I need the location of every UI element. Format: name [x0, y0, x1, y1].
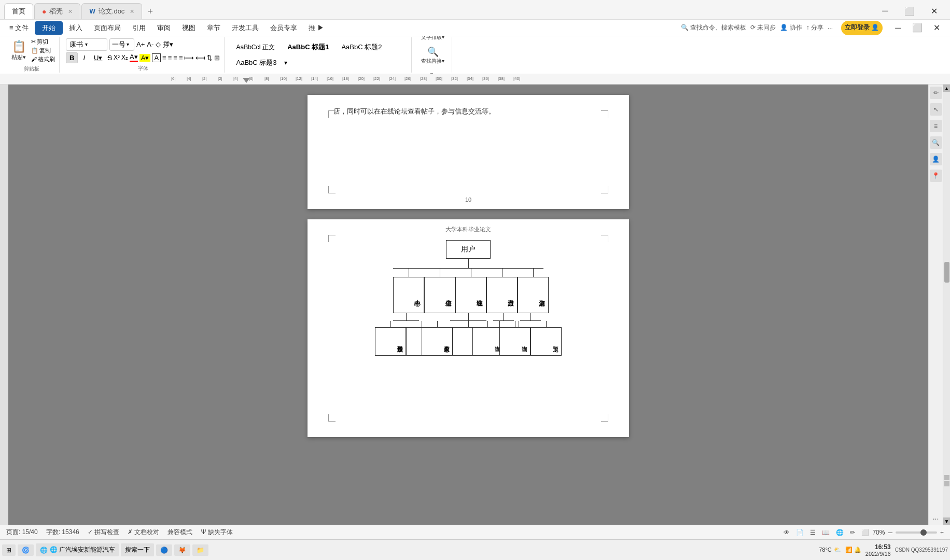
- bold-btn[interactable]: B: [66, 52, 78, 63]
- font-more-btn[interactable]: 撑▾: [163, 40, 173, 49]
- clear-format-btn[interactable]: ◇: [156, 40, 161, 48]
- view-outline-icon[interactable]: ☰: [810, 529, 816, 536]
- tab-home[interactable]: 首页: [4, 3, 33, 19]
- paste-button[interactable]: 📋 粘贴▾: [8, 38, 29, 63]
- superscript-btn[interactable]: X²: [114, 54, 120, 61]
- scroll-down[interactable]: ▼: [943, 517, 951, 525]
- view-web-icon[interactable]: 🌐: [836, 529, 844, 536]
- scroll-track[interactable]: [943, 92, 950, 517]
- select-btn[interactable]: ↖ 选择▾: [423, 68, 442, 74]
- subscript-btn[interactable]: X₂: [121, 54, 128, 61]
- menu-page-layout[interactable]: 页面布局: [89, 21, 126, 35]
- taskbar-start[interactable]: ⊞: [2, 544, 16, 556]
- scroll-next-page[interactable]: [944, 481, 949, 486]
- zoom-out-btn[interactable]: ─: [888, 529, 892, 536]
- tab-doc-close[interactable]: ✕: [130, 8, 134, 15]
- font-name-selector[interactable]: 康书 ▾: [66, 38, 107, 51]
- align-center-btn[interactable]: ≡: [168, 54, 172, 62]
- style-h2[interactable]: AaBbC 标题2: [336, 40, 387, 54]
- rp-more-icon[interactable]: ···: [933, 514, 939, 523]
- outline-btn[interactable]: A: [152, 53, 161, 62]
- style-h1[interactable]: AaBbC 标题1: [282, 40, 334, 54]
- align-right-btn[interactable]: ≡: [173, 54, 177, 62]
- tb-max[interactable]: ⬜: [908, 21, 927, 35]
- menu-devtools[interactable]: 开发工具: [227, 21, 264, 35]
- taskbar-firefox[interactable]: 🦊: [174, 544, 190, 556]
- tab-add-button[interactable]: +: [143, 4, 157, 19]
- find-replace-btn[interactable]: 🔍 查找替换▾: [418, 45, 448, 66]
- sort-btn[interactable]: ⇅: [207, 54, 213, 62]
- rp-pin-icon[interactable]: 📍: [930, 170, 942, 182]
- menu-start[interactable]: 开始: [35, 21, 63, 35]
- scroll-up[interactable]: ▲: [943, 85, 951, 92]
- zoom-expand-icon[interactable]: ⬜: [861, 529, 869, 536]
- menu-review[interactable]: 审阅: [152, 21, 176, 35]
- format-brush-button[interactable]: 🖌格式刷: [31, 55, 55, 63]
- doc-check[interactable]: ✗ 文档校对: [128, 528, 159, 537]
- search-command[interactable]: 🔍 查找命令、搜索模板: [681, 23, 746, 32]
- style-normal[interactable]: AaBbCcI 正文: [231, 41, 280, 54]
- v-scrollbar[interactable]: ▲ ▼: [943, 85, 950, 525]
- more-btn[interactable]: ···: [828, 24, 833, 32]
- menu-insert[interactable]: 插入: [64, 21, 88, 35]
- align-left-btn[interactable]: ≡: [162, 54, 166, 62]
- menu-ref[interactable]: 引用: [127, 21, 151, 35]
- justify-btn[interactable]: ≡: [179, 54, 183, 62]
- spell-check[interactable]: ✓ 拼写检查: [88, 528, 119, 537]
- font-color-btn[interactable]: A▾: [130, 53, 138, 62]
- rp-user-icon[interactable]: 👤: [930, 153, 942, 165]
- font-shrink-btn[interactable]: A-: [147, 40, 153, 48]
- menu-view[interactable]: 视图: [177, 21, 201, 35]
- font-size-selector[interactable]: 一号 ▾: [109, 38, 134, 51]
- menu-file[interactable]: ≡ 文件: [4, 21, 34, 35]
- font-grow-btn[interactable]: A+: [136, 40, 145, 48]
- strikethrough-btn[interactable]: S: [107, 54, 112, 62]
- rp-lines-icon[interactable]: ≡: [930, 120, 942, 132]
- doc-scroll[interactable]: 店，同时可以在在线论坛查看帖子，参与信息交流等。 10 大学本科毕业论文: [8, 85, 928, 525]
- cut-button[interactable]: ✂剪切: [31, 38, 55, 46]
- copy-button[interactable]: 📋复制: [31, 47, 55, 54]
- menu-chapter[interactable]: 章节: [202, 21, 226, 35]
- view-edit-icon[interactable]: ✏: [850, 529, 855, 536]
- tb-min[interactable]: ─: [889, 21, 907, 35]
- rp-search-icon[interactable]: 🔍: [930, 136, 942, 149]
- taskbar-cortana[interactable]: 🌀: [18, 544, 34, 556]
- border-btn[interactable]: ⊞: [214, 54, 220, 62]
- taskbar-ie[interactable]: 🔵: [156, 544, 172, 556]
- underline-btn[interactable]: U▾: [90, 52, 106, 63]
- outdent-btn[interactable]: ⟻: [195, 54, 205, 62]
- taskbar-search[interactable]: 搜索一下: [121, 543, 154, 556]
- style-more-btn[interactable]: ▾: [284, 59, 287, 66]
- highlight-btn[interactable]: A▾: [139, 54, 151, 62]
- tab-doc[interactable]: W 论文.doc ✕: [81, 3, 142, 19]
- svg-text:|40|: |40|: [513, 76, 520, 81]
- scroll-prev-page[interactable]: [944, 475, 949, 480]
- view-read-icon[interactable]: 📖: [822, 529, 830, 536]
- tb-close[interactable]: ✕: [927, 21, 946, 35]
- zoom-slider[interactable]: [896, 531, 937, 534]
- zoom-in-btn[interactable]: +: [940, 529, 944, 536]
- share-btn[interactable]: ↑ 分享: [806, 23, 823, 32]
- close-button[interactable]: ✕: [922, 3, 946, 19]
- collab-btn[interactable]: 👤 协作: [780, 23, 802, 32]
- italic-btn[interactable]: I: [79, 52, 89, 63]
- view-page-icon[interactable]: 📄: [796, 529, 804, 536]
- taskbar-browser[interactable]: 🌐 🌐 广汽埃安新能源汽车: [36, 543, 119, 556]
- rp-cursor-icon[interactable]: ↖: [930, 103, 942, 116]
- menu-member[interactable]: 会员专享: [265, 21, 302, 35]
- notice-box: 公告信息: [424, 277, 455, 313]
- zoom-thumb[interactable]: [920, 529, 927, 536]
- text-direction-btn[interactable]: 文 文字排版▾: [418, 36, 448, 43]
- minimize-button[interactable]: ─: [873, 3, 897, 19]
- tab-wps-close[interactable]: ✕: [68, 8, 73, 15]
- rp-edit-icon[interactable]: ✏: [930, 87, 942, 99]
- maximize-button[interactable]: ⬜: [898, 3, 921, 19]
- style-h3[interactable]: AaBbC 标题3: [231, 56, 282, 69]
- view-normal-icon[interactable]: 👁: [784, 529, 790, 536]
- login-btn[interactable]: 立即登录 👤: [841, 21, 883, 35]
- scroll-thumb[interactable]: [944, 262, 949, 283]
- indent-btn[interactable]: ⟼: [184, 54, 194, 62]
- taskbar-explorer[interactable]: 📁: [192, 544, 208, 556]
- tab-wps[interactable]: ● 稻壳 ✕: [34, 3, 80, 19]
- menu-more[interactable]: 推 ▶: [303, 21, 329, 35]
